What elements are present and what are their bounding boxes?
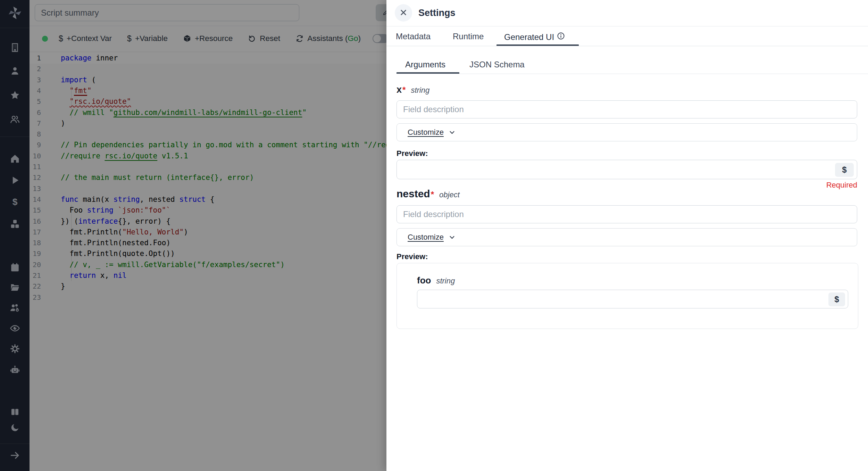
chevron-down-icon[interactable] [448,129,456,136]
field-name: nested [397,188,430,200]
field-label-x: x * string [397,84,429,95]
subtab-json-schema[interactable]: JSON Schema [469,60,525,69]
field-type: string [436,276,455,286]
divider [386,46,868,46]
chevron-down-icon[interactable] [448,233,456,241]
insert-variable-button[interactable]: $ [835,163,854,177]
field-label-foo: foo string [417,275,455,286]
field-type: string [411,86,429,95]
preview-input-x[interactable]: $ [397,160,857,179]
field-label-nested: nested * object [397,188,460,200]
field-name: x [397,84,402,95]
modal-backdrop[interactable] [0,0,386,471]
description-input-nested[interactable] [397,205,857,223]
tab-generated-ui-label: Generated UI [504,32,554,42]
info-icon[interactable] [557,32,565,42]
required-asterisk: * [402,85,406,95]
close-icon [399,8,408,18]
customize-link[interactable]: Customize [408,233,444,242]
settings-drawer: Settings Metadata Runtime Generated UI A… [386,0,868,471]
close-drawer-button[interactable] [395,4,412,22]
field-name: foo [417,275,431,286]
preview-label-x: Preview: [397,149,428,158]
windmill-script-editor: $ $ +Context Var $ +Variable +Resource R… [0,0,868,471]
required-message: Required [826,181,857,190]
description-input-x[interactable] [397,100,857,118]
field-type: object [439,190,460,199]
required-asterisk: * [431,190,434,199]
divider [397,74,868,74]
customize-section-x: Customize [397,123,857,141]
preview-label-nested: Preview: [397,252,428,261]
insert-variable-button[interactable]: $ [828,292,845,306]
tab-metadata[interactable]: Metadata [396,32,431,41]
subtab-arguments[interactable]: Arguments [405,60,445,69]
tab-generated-ui[interactable]: Generated UI [504,32,565,42]
preview-input-foo[interactable]: $ [417,290,848,308]
divider [386,26,868,26]
drawer-title: Settings [418,8,456,18]
tab-runtime[interactable]: Runtime [453,32,484,41]
customize-section-nested: Customize [397,228,857,246]
nested-preview-box: foo string $ [397,263,858,329]
customize-link[interactable]: Customize [408,128,444,137]
